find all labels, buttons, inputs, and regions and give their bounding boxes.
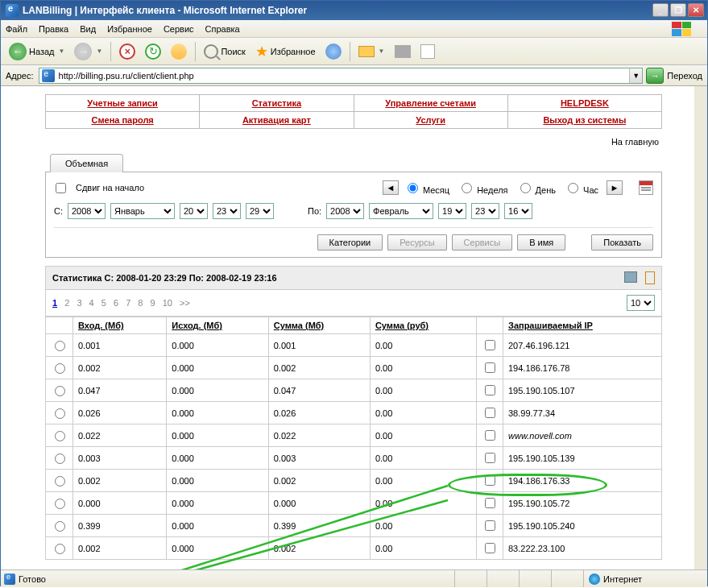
page-link[interactable]: >> bbox=[180, 298, 190, 308]
export-icon[interactable] bbox=[645, 271, 655, 284]
window-minimize-button[interactable]: _ bbox=[652, 3, 669, 17]
cell-in: 0.002 bbox=[73, 470, 167, 492]
row-checkbox[interactable] bbox=[485, 453, 495, 463]
col-ip[interactable]: Запрашиваемый IP bbox=[503, 317, 662, 334]
page-link[interactable]: 10 bbox=[163, 298, 172, 308]
print-icon[interactable] bbox=[624, 271, 637, 283]
row-checkbox[interactable] bbox=[485, 430, 495, 441]
to-month-select[interactable]: Февраль bbox=[369, 203, 433, 219]
row-checkbox[interactable] bbox=[485, 498, 495, 508]
nav-password[interactable]: Смена пароля bbox=[91, 115, 153, 125]
row-radio[interactable] bbox=[55, 499, 65, 509]
col-incoming[interactable]: Вход. (Мб) bbox=[73, 317, 167, 334]
row-radio[interactable] bbox=[55, 544, 65, 554]
mail-button[interactable]: ▼ bbox=[355, 44, 388, 59]
tab-volume[interactable]: Объемная bbox=[50, 154, 123, 172]
page-link[interactable]: 3 bbox=[77, 298, 81, 308]
internet-zone-icon bbox=[589, 574, 600, 585]
to-hour-select[interactable]: 23 bbox=[471, 203, 499, 219]
history-button[interactable] bbox=[322, 42, 345, 61]
stop-button[interactable]: × bbox=[116, 42, 139, 61]
nav-forward-button[interactable]: → ▼ bbox=[71, 41, 106, 62]
nav-bills[interactable]: Управление счетами bbox=[385, 98, 476, 108]
page-size-select[interactable]: 10 bbox=[627, 295, 655, 311]
period-day-radio[interactable] bbox=[520, 183, 531, 193]
categories-button[interactable]: Категории bbox=[317, 234, 383, 251]
row-checkbox[interactable] bbox=[485, 543, 495, 553]
from-min-select[interactable]: 29 bbox=[246, 203, 274, 219]
window-close-button[interactable]: ✕ bbox=[688, 3, 704, 17]
page-link[interactable]: 2 bbox=[64, 298, 69, 308]
row-checkbox[interactable] bbox=[485, 385, 495, 395]
page-link[interactable]: 1 bbox=[52, 298, 57, 308]
from-day-select[interactable]: 20 bbox=[180, 203, 208, 219]
row-checkbox[interactable] bbox=[485, 362, 495, 373]
period-hour-radio[interactable] bbox=[568, 183, 578, 193]
row-radio[interactable] bbox=[55, 341, 65, 351]
menu-service[interactable]: Сервис bbox=[164, 24, 194, 34]
nav-services[interactable]: Услуги bbox=[416, 115, 445, 125]
page-link[interactable]: 7 bbox=[126, 298, 130, 308]
page-link[interactable]: 4 bbox=[89, 298, 94, 308]
row-checkbox[interactable] bbox=[485, 475, 495, 486]
to-year-select[interactable]: 2008 bbox=[326, 203, 364, 219]
nav-accounts[interactable]: Учетные записи bbox=[87, 98, 158, 108]
from-hour-select[interactable]: 23 bbox=[213, 203, 241, 219]
go-button[interactable]: → bbox=[646, 68, 664, 84]
col-sum-rub[interactable]: Сумма (руб) bbox=[370, 317, 476, 334]
range-prev-button[interactable]: ◄ bbox=[383, 180, 399, 195]
menu-edit[interactable]: Правка bbox=[39, 24, 68, 34]
show-button[interactable]: Показать bbox=[591, 234, 653, 251]
row-radio[interactable] bbox=[55, 431, 65, 441]
edit-button[interactable] bbox=[417, 43, 438, 60]
from-month-select[interactable]: Январь bbox=[110, 203, 175, 219]
address-field[interactable]: ▼ bbox=[39, 68, 644, 84]
row-radio[interactable] bbox=[55, 386, 65, 396]
nav-logout[interactable]: Выход из системы bbox=[543, 115, 626, 125]
col-outgoing[interactable]: Исход. (Мб) bbox=[167, 317, 268, 334]
to-day-select[interactable]: 19 bbox=[438, 203, 466, 219]
row-radio[interactable] bbox=[55, 408, 65, 419]
row-radio[interactable] bbox=[55, 476, 65, 487]
refresh-button[interactable]: ↻ bbox=[142, 42, 164, 61]
nav-cards[interactable]: Активация карт bbox=[242, 115, 311, 125]
search-button[interactable]: Поиск bbox=[201, 43, 248, 60]
menu-file[interactable]: Файл bbox=[6, 24, 27, 34]
row-radio[interactable] bbox=[55, 453, 65, 464]
address-input[interactable] bbox=[57, 68, 630, 83]
window-restore-button[interactable]: ❐ bbox=[670, 3, 686, 17]
shift-start-checkbox[interactable] bbox=[56, 183, 66, 193]
services-button[interactable]: Сервисы bbox=[452, 234, 513, 251]
nav-stats[interactable]: Статистика bbox=[252, 98, 302, 108]
period-week-radio[interactable] bbox=[462, 183, 472, 193]
address-dropdown[interactable]: ▼ bbox=[629, 68, 642, 83]
col-sum-mb[interactable]: Сумма (Мб) bbox=[268, 317, 370, 334]
from-year-select[interactable]: 2008 bbox=[68, 203, 106, 219]
menu-favorites[interactable]: Избранное bbox=[107, 24, 152, 34]
to-min-select[interactable]: 16 bbox=[504, 203, 532, 219]
row-checkbox[interactable] bbox=[485, 520, 495, 531]
period-month-radio[interactable] bbox=[408, 183, 418, 193]
range-next-button[interactable]: ► bbox=[607, 180, 623, 195]
home-link[interactable]: На главную bbox=[611, 137, 659, 147]
menu-help[interactable]: Справка bbox=[205, 24, 240, 34]
row-checkbox[interactable] bbox=[485, 340, 495, 350]
page-link[interactable]: 6 bbox=[114, 298, 118, 308]
page-link[interactable]: 5 bbox=[101, 298, 106, 308]
row-radio[interactable] bbox=[55, 363, 65, 374]
statusbar: Готово Интернет bbox=[1, 569, 707, 587]
home-button[interactable] bbox=[168, 42, 190, 61]
row-radio[interactable] bbox=[55, 521, 65, 532]
row-checkbox[interactable] bbox=[485, 408, 495, 418]
vertical-scrollbar[interactable]: ▲▼ bbox=[694, 86, 707, 569]
favorites-button[interactable]: ★ Избранное bbox=[252, 41, 319, 62]
page-link[interactable]: 9 bbox=[151, 298, 155, 308]
resources-button[interactable]: Ресурсы bbox=[387, 234, 446, 251]
menu-view[interactable]: Вид bbox=[80, 24, 96, 34]
byname-button[interactable]: В имя bbox=[517, 234, 565, 251]
page-link[interactable]: 8 bbox=[138, 298, 143, 308]
nav-back-button[interactable]: ← Назад ▼ bbox=[6, 41, 68, 62]
nav-helpdesk[interactable]: HELPDESK bbox=[561, 98, 609, 108]
calendar-icon[interactable] bbox=[639, 180, 653, 195]
print-button[interactable] bbox=[391, 43, 414, 60]
